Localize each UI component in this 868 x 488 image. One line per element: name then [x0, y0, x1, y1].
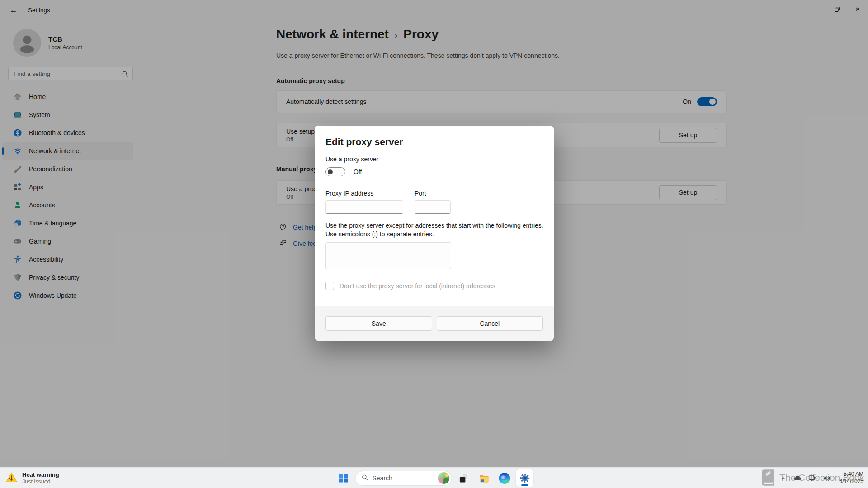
- hidden-icons-chevron[interactable]: [779, 473, 788, 483]
- dialog-title: Edit proxy server: [326, 136, 403, 147]
- clock-time: 5:40 AM: [840, 471, 863, 478]
- widgets-button[interactable]: Heat warning Just issued: [5, 468, 59, 488]
- clock[interactable]: 5:40 AM 6/14/2025: [840, 471, 863, 485]
- widget-text: Heat warning Just issued: [22, 471, 59, 485]
- onedrive-tray-icon[interactable]: [793, 473, 802, 483]
- exceptions-description: Use the proxy server except for addresse…: [326, 221, 543, 238]
- search-icon: [362, 474, 368, 483]
- ethernet-icon: [808, 474, 817, 483]
- use-proxy-toggle-state: Off: [354, 168, 362, 175]
- exceptions-textarea[interactable]: [326, 242, 451, 269]
- desktop: ← Settings ✕ TCB Local Account: [0, 0, 868, 488]
- windows-logo-icon: [338, 473, 349, 483]
- edit-proxy-dialog: Edit proxy server Use a proxy server Off…: [315, 126, 554, 341]
- file-explorer-icon: [478, 473, 490, 484]
- volume-tray-icon[interactable]: [822, 473, 831, 483]
- cloud-icon: [793, 474, 802, 483]
- use-proxy-toggle[interactable]: [326, 167, 345, 176]
- edge-button[interactable]: [496, 469, 513, 487]
- taskbar: Heat warning Just issued Search: [0, 467, 868, 488]
- local-addresses-checkbox: [326, 282, 334, 290]
- proxy-ip-label: Proxy IP address: [326, 190, 373, 197]
- bing-daily-image[interactable]: [438, 472, 450, 484]
- file-explorer-button[interactable]: [476, 469, 493, 487]
- port-input[interactable]: [415, 200, 451, 214]
- proxy-ip-input[interactable]: [326, 200, 403, 214]
- weather-warning-icon: [5, 472, 18, 485]
- start-button[interactable]: [335, 469, 352, 487]
- chevron-up-icon: [780, 475, 787, 482]
- widget-subtitle: Just issued: [22, 479, 59, 485]
- widget-title: Heat warning: [22, 471, 59, 478]
- local-addresses-label: Don’t use the proxy server for local (in…: [340, 282, 495, 290]
- dialog-footer: Save Cancel: [315, 306, 554, 341]
- taskbar-search-label: Search: [373, 474, 434, 482]
- settings-gear-icon: [519, 473, 530, 484]
- cancel-button[interactable]: Cancel: [437, 316, 543, 331]
- network-tray-icon[interactable]: [808, 473, 817, 483]
- port-label: Port: [415, 190, 426, 197]
- edge-icon: [499, 473, 510, 484]
- book-logo-icon: [759, 468, 778, 487]
- clock-date: 6/14/2025: [840, 478, 863, 485]
- save-button[interactable]: Save: [326, 316, 432, 331]
- use-proxy-label: Use a proxy server: [326, 155, 378, 163]
- taskbar-center: Search: [335, 468, 533, 488]
- task-view-button[interactable]: [455, 469, 472, 487]
- use-proxy-toggle-row: Off: [326, 167, 362, 176]
- task-view-icon: [458, 473, 469, 483]
- taskbar-search[interactable]: Search: [355, 471, 452, 486]
- settings-taskbar-button[interactable]: [516, 469, 533, 487]
- local-addresses-row: Don’t use the proxy server for local (in…: [326, 282, 495, 290]
- speaker-icon: [822, 474, 831, 483]
- system-tray: 5:40 AM 6/14/2025: [779, 468, 863, 488]
